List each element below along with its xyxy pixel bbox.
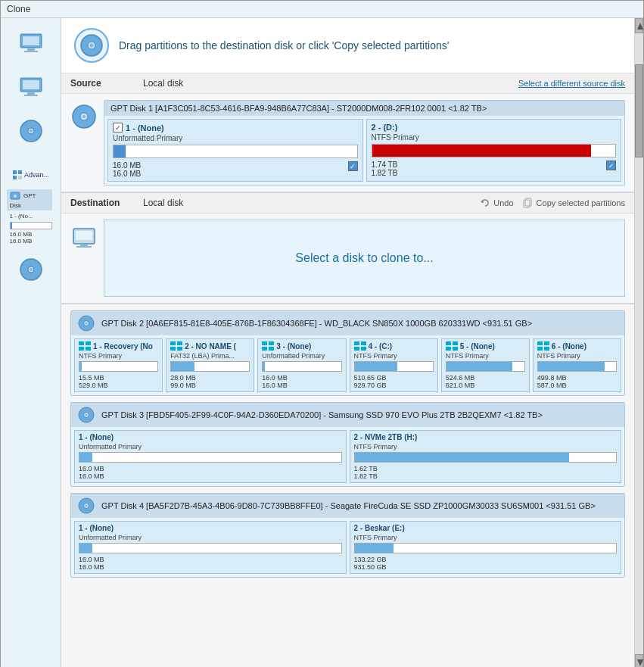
destination-header: Destination Local disk Undo Copy selecte…: [61, 193, 634, 214]
source-partition-2-size1: 1.74 TB: [372, 161, 607, 169]
svg-point-10: [30, 129, 33, 132]
copy-partitions-button[interactable]: Copy selected partitions: [523, 198, 625, 208]
svg-rect-6: [27, 92, 35, 95]
source-content: GPT Disk 1 [A1F3C051-8C53-4616-BFA9-948B…: [61, 94, 634, 193]
svg-rect-56: [453, 347, 458, 351]
scrollbar-up-arrow[interactable]: [635, 18, 643, 33]
undo-label: Undo: [493, 198, 513, 207]
instruction-text: Drag partitions to the destination disk …: [119, 39, 449, 51]
source-partition-2-name: 2 - (D:): [372, 123, 398, 132]
source-partition-2-type: NTFS Primary: [372, 133, 617, 142]
disk-row-3: GPT Disk 3 [FBD5F405-2F99-4C0F-94A2-D360…: [70, 402, 625, 487]
undo-button[interactable]: Undo: [480, 198, 513, 208]
disk-4-partition-2: 2 - Beskar (E:) NTFS Primary 133.22 GB93…: [350, 521, 622, 574]
svg-point-19: [30, 268, 33, 271]
svg-point-23: [90, 44, 94, 48]
disk-2-partition-2: 2 - NO NAME ( FAT32 (LBA) Prima... 28.0 …: [166, 338, 254, 392]
svg-rect-59: [537, 347, 543, 351]
source-partition-2-bar-checkbox[interactable]: ✓: [606, 161, 616, 170]
svg-rect-44: [177, 347, 182, 351]
advance-label: Advan...: [24, 171, 49, 179]
destination-label: Destination: [70, 198, 131, 208]
disk-3-partition-2: 2 - NVMe 2TB (H:) NTFS Primary 1.62 TB1.…: [350, 430, 622, 483]
source-disk-icon: [70, 103, 98, 130]
svg-rect-45: [262, 341, 267, 345]
scrollbar-thumb[interactable]: [635, 64, 643, 157]
source-partition-2-size2: 1.82 TB: [372, 169, 607, 177]
disk-2-name: GPT Disk 2 [0A6EF815-81E8-405E-876B-1F86…: [101, 319, 532, 328]
app-container: Clone: [0, 0, 644, 667]
disk-4-partition-1: 1 - (None) Unformatted Primary 16.0 MB16…: [74, 521, 347, 574]
disk-2-header: GPT Disk 2 [0A6EF815-81E8-405E-876B-1F86…: [71, 311, 624, 335]
svg-rect-51: [354, 347, 359, 351]
source-partition-1-checkbox[interactable]: ✓: [113, 123, 123, 132]
svg-rect-46: [269, 341, 274, 345]
svg-rect-53: [446, 341, 451, 345]
svg-rect-42: [177, 341, 182, 345]
scrollbar-track[interactable]: [634, 18, 643, 667]
svg-point-63: [86, 414, 88, 416]
svg-rect-3: [24, 51, 38, 52]
disk-2-partition-5: 5 - (None) NTFS Primary 524.6 MB621.0 MB: [441, 338, 530, 392]
svg-rect-41: [170, 341, 176, 345]
source-partitions-row: ✓ 1 - (None) Unformatted Primary 16.0 MB: [104, 116, 624, 185]
sidebar-icon-computer1[interactable]: [12, 24, 50, 62]
disk-2-partition-6: 6 - (None) NTFS Primary 499.8 MB587.0 MB: [533, 338, 621, 392]
disk-2-partitions: 1 - Recovery (No NTFS Primary 15.5 MB529…: [71, 335, 624, 395]
svg-rect-32: [80, 244, 88, 246]
svg-rect-2: [27, 48, 35, 51]
svg-point-66: [86, 505, 88, 507]
disk-2-partition-3: 3 - (None) Unformatted Primary 16.0 MB16…: [257, 338, 346, 392]
svg-rect-31: [76, 231, 92, 240]
source-type: Local disk: [143, 78, 506, 89]
svg-marker-67: [637, 23, 643, 30]
source-disk-header: GPT Disk 1 [A1F3C051-8C53-4616-BFA9-948B…: [104, 101, 624, 116]
copy-partitions-label: Copy selected partitions: [537, 198, 625, 207]
disk-4-name: GPT Disk 4 [BA5F2D7B-45A3-4B06-9D80-7C73…: [101, 501, 596, 510]
svg-rect-39: [79, 347, 84, 351]
source-partition-1-size1: 16.0 MB: [113, 161, 348, 170]
svg-rect-13: [13, 176, 17, 179]
svg-rect-47: [262, 347, 267, 351]
windows-flag-icon-5: [446, 341, 458, 351]
source-partition-1-bar-checkbox[interactable]: ✓: [348, 161, 358, 171]
sidebar-icon-disk2[interactable]: [12, 251, 50, 288]
windows-flag-icon-3: [262, 341, 274, 351]
sidebar: Advan... GPT Disk 1 - (No... 16.0 MB 16.…: [1, 18, 61, 667]
windows-flag-icon-2: [170, 341, 182, 351]
scrollbar-down-arrow[interactable]: [635, 654, 643, 667]
select-different-source-link[interactable]: Select a different source disk: [518, 79, 625, 88]
svg-rect-49: [354, 341, 359, 345]
svg-rect-33: [76, 246, 92, 248]
select-disk-link[interactable]: Select a disk to clone to...: [295, 251, 433, 265]
source-partition-2-bar-container: [372, 144, 617, 157]
source-partition-2: 2 - (D:) NTFS Primary 1.74 TB 1.82 TB: [366, 119, 622, 182]
svg-rect-48: [269, 347, 274, 351]
disk-4-header: GPT Disk 4 [BA5F2D7B-45A3-4B06-9D80-7C73…: [71, 494, 624, 518]
disk-3-icon: [77, 406, 95, 424]
disk-2-partition-1: 1 - Recovery (No NTFS Primary 15.5 MB529…: [74, 338, 163, 392]
svg-rect-12: [18, 170, 22, 174]
svg-rect-37: [79, 341, 84, 345]
instruction-icon: [73, 27, 110, 64]
sidebar-icon-disk[interactable]: [12, 112, 50, 150]
sidebar-icon-computer2[interactable]: [12, 68, 50, 106]
disk-4-partitions: 1 - (None) Unformatted Primary 16.0 MB16…: [71, 518, 624, 577]
select-disk-placeholder: Select a disk to clone to...: [104, 220, 625, 297]
svg-rect-11: [13, 170, 17, 174]
svg-rect-38: [86, 341, 91, 345]
disk-row-2: GPT Disk 2 [0A6EF815-81E8-405E-876B-1F86…: [70, 310, 625, 396]
disk-3-partitions: 1 - (None) Unformatted Primary 16.0 MB16…: [71, 427, 624, 486]
sidebar-disk-preview: GPT Disk 1 - (No... 16.0 MB 16.0 MB: [7, 188, 55, 245]
instruction-bar: Drag partitions to the destination disk …: [61, 18, 634, 73]
svg-rect-1: [23, 36, 39, 45]
svg-point-36: [86, 323, 88, 325]
svg-rect-55: [446, 347, 451, 351]
advance-button[interactable]: Advan...: [9, 168, 52, 182]
svg-rect-50: [361, 341, 366, 345]
windows-flag-icon: [79, 341, 91, 351]
disk-3-header: GPT Disk 3 [FBD5F405-2F99-4C0F-94A2-D360…: [71, 403, 624, 427]
source-partition-1-bar: [114, 145, 126, 157]
windows-flag-icon-4: [354, 341, 366, 351]
disk-3-name: GPT Disk 3 [FBD5F405-2F99-4C0F-94A2-D360…: [101, 410, 543, 419]
